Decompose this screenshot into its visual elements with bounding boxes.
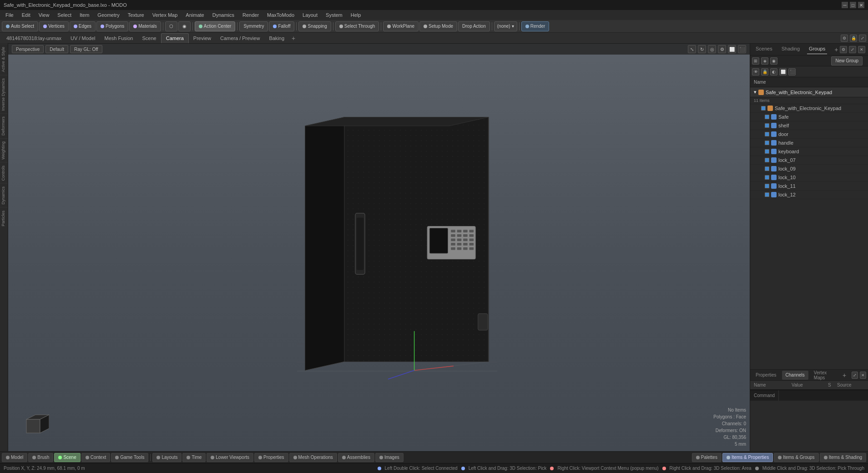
tab-meshfusion[interactable]: Mesh Fusion <box>100 33 138 43</box>
tab-add-button[interactable]: + <box>289 35 298 42</box>
falloff-button[interactable]: Falloff <box>269 21 294 31</box>
scene-eye-icon[interactable]: 👁 <box>752 68 759 75</box>
scene-lock-icon[interactable]: 🔒 <box>761 68 768 75</box>
menu-geometry[interactable]: Geometry <box>94 11 123 19</box>
polygons-button[interactable]: Polygons <box>96 21 128 31</box>
mode-brush-button[interactable]: Brush <box>28 453 53 462</box>
sidebar-tab-controls[interactable]: Controls <box>0 162 8 184</box>
perspective-button[interactable]: Perspective <box>12 45 44 53</box>
mode-context-button[interactable]: Context <box>81 453 110 462</box>
menu-maxtomodo[interactable]: MaxToModo <box>263 11 298 19</box>
tab-camerapreview[interactable]: Camera / Preview <box>216 33 264 43</box>
tree-check-2[interactable] <box>765 123 769 128</box>
action-center-button[interactable]: Action Center <box>195 21 236 31</box>
layouts-button[interactable]: Layouts <box>152 453 182 462</box>
tab-lock-icon[interactable]: 🔒 <box>850 35 857 42</box>
panel-tab-groups[interactable]: Groups <box>807 45 827 54</box>
tree-check-4[interactable] <box>765 141 769 145</box>
tab-settings-icon[interactable]: ⚙ <box>841 35 848 42</box>
viewport-icon-2[interactable]: ↻ <box>698 45 706 53</box>
menu-layout[interactable]: Layout <box>299 11 321 19</box>
sidebar-tab-inverse[interactable]: Inverse Dynamics <box>0 75 8 114</box>
select-through-button[interactable]: Select Through <box>335 21 379 31</box>
sidebar-tab-active-style[interactable]: Active & Style <box>0 44 8 75</box>
lower-viewports-button[interactable]: Lower Viewports <box>207 453 253 462</box>
menu-view[interactable]: View <box>35 11 53 19</box>
tool2-button[interactable]: ◉ <box>178 21 191 31</box>
viewport-icon-4[interactable]: ⚙ <box>718 45 726 53</box>
tree-item-8[interactable]: lock_10 <box>750 173 868 182</box>
bp-close-icon[interactable]: ✕ <box>860 372 866 379</box>
scene-collapse-icon[interactable]: ⬛ <box>788 68 796 75</box>
tree-item-9[interactable]: lock_11 <box>750 182 868 191</box>
sidebar-tab-deformers[interactable]: Deformers <box>0 113 8 138</box>
tree-item-10[interactable]: lock_12 <box>750 191 868 199</box>
tab-uvmodel[interactable]: UV / Model <box>66 33 100 43</box>
work-plane-button[interactable]: WorkPlane <box>383 21 419 31</box>
tool1-button[interactable]: ⬡ <box>165 21 177 31</box>
scene-expand-icon[interactable]: ⬜ <box>779 68 787 75</box>
tab-preview[interactable]: Preview <box>189 33 216 43</box>
viewport-icon-6[interactable]: ⬛ <box>738 45 746 53</box>
close-button[interactable]: ✕ <box>858 2 864 8</box>
tab-baking[interactable]: Baking <box>264 33 289 43</box>
panel-tab-scenes[interactable]: Scenes <box>754 45 774 54</box>
tree-check-9[interactable] <box>765 184 769 188</box>
ray-gl-button[interactable]: Ray GL: Off <box>70 45 102 53</box>
viewport-icon-3[interactable]: ◎ <box>708 45 716 53</box>
menu-texture[interactable]: Texture <box>124 11 148 19</box>
tree-check-0[interactable] <box>761 106 766 111</box>
menu-select[interactable]: Select <box>54 11 75 19</box>
auto-select-button[interactable]: Auto Select <box>2 21 38 31</box>
scene-tree-icon-1[interactable]: ⊞ <box>752 57 759 65</box>
setup-mode-button[interactable]: Setup Mode <box>419 21 457 31</box>
materials-button[interactable]: Materials <box>129 21 161 31</box>
panel-icon-close[interactable]: ✕ <box>858 46 865 53</box>
panel-icon-settings[interactable]: ⚙ <box>840 46 847 53</box>
bp-tab-properties[interactable]: Properties <box>752 371 780 380</box>
bp-tab-add[interactable]: + <box>841 371 848 380</box>
palettes-button[interactable]: Palettes <box>692 453 722 462</box>
tree-check-1[interactable] <box>765 115 769 119</box>
new-group-button[interactable]: New Group <box>831 56 863 65</box>
panel-tab-shading[interactable]: Shading <box>780 45 802 54</box>
sidebar-tab-particles[interactable]: Particles <box>0 207 8 229</box>
panel-icon-expand[interactable]: ⤢ <box>849 46 856 53</box>
menu-dynamics[interactable]: Dynamics <box>209 11 238 19</box>
menu-file[interactable]: File <box>2 11 17 19</box>
mesh-operations-button[interactable]: Mesh Operations <box>289 453 337 462</box>
sidebar-tab-weighting[interactable]: Weighting <box>0 138 8 162</box>
viewport-area[interactable]: Perspective Default Ray GL: Off ⤡ ↻ ◎ ⚙ … <box>8 44 750 451</box>
bp-expand-icon[interactable]: ⤢ <box>852 372 858 379</box>
tree-check-3[interactable] <box>765 132 769 136</box>
properties-button[interactable]: Properties <box>254 453 288 462</box>
images-button[interactable]: Images <box>375 453 404 462</box>
mode-game-tools-button[interactable]: Game Tools <box>111 453 148 462</box>
mode-scene-button[interactable]: Scene <box>54 453 80 462</box>
menu-animate[interactable]: Animate <box>182 11 207 19</box>
tree-item-3[interactable]: door <box>750 130 868 139</box>
vertices-button[interactable]: Vertices <box>39 21 69 31</box>
snapping-button[interactable]: Snapping <box>298 21 331 31</box>
bp-tab-channels[interactable]: Channels <box>782 371 808 380</box>
bp-tab-vertex-maps[interactable]: Vertex Maps <box>810 371 839 380</box>
shader-button[interactable]: Default <box>45 45 68 53</box>
scene-tree-icon-3[interactable]: ◉ <box>770 57 777 65</box>
items-shading-button[interactable]: Items & Shading <box>820 453 866 462</box>
tab-scene[interactable]: Scene <box>138 33 161 43</box>
tree-item-5[interactable]: keyboard <box>750 147 868 156</box>
tree-item-1[interactable]: Safe <box>750 113 868 121</box>
render-button[interactable]: Render <box>521 21 550 31</box>
drop-action-button[interactable]: Drop Action <box>458 21 490 31</box>
tree-check-8[interactable] <box>765 175 769 180</box>
mode-model-button[interactable]: Model <box>2 453 27 462</box>
maximize-button[interactable]: □ <box>850 2 856 8</box>
menu-vertex-map[interactable]: Vertex Map <box>149 11 182 19</box>
panel-tab-add[interactable]: + <box>833 45 840 54</box>
symmetry-button[interactable]: Symmetry <box>239 21 268 31</box>
viewport-icon-1[interactable]: ⤡ <box>688 45 696 53</box>
menu-render[interactable]: Render <box>239 11 262 19</box>
edges-button[interactable]: Edges <box>70 21 96 31</box>
tree-check-7[interactable] <box>765 166 769 171</box>
menu-item[interactable]: Item <box>76 11 93 19</box>
